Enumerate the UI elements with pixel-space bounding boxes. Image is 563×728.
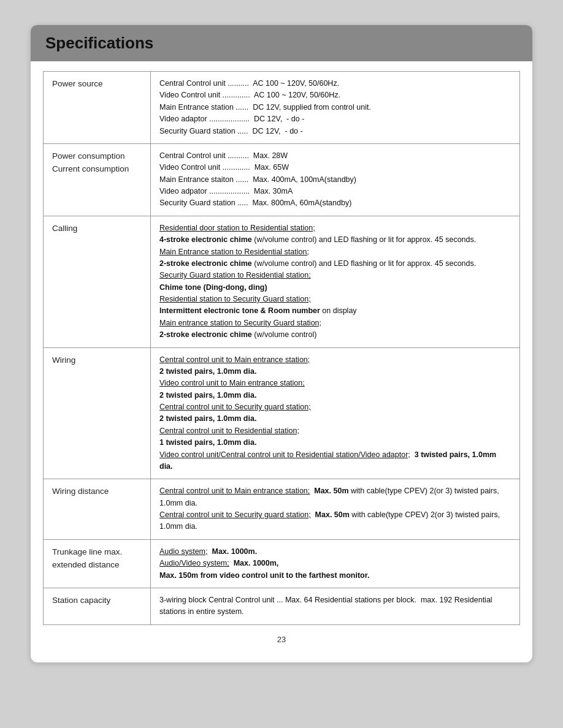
row-content-5: Audio system; Max. 1000m.Audio/Video sys… (151, 539, 520, 588)
row-label-5: Trunkage line max.extended distance (44, 539, 151, 588)
page-number: 23 (31, 635, 532, 644)
page-header: Specifications (31, 25, 532, 61)
table-row: CallingResidential door station to Resid… (44, 216, 520, 347)
specifications-table: Power sourceCentral Control unit .......… (43, 71, 520, 625)
table-row: Trunkage line max.extended distanceAudio… (44, 539, 520, 588)
table-row: Wiring distanceCentral control unit to M… (44, 479, 520, 540)
row-content-4: Central control unit to Main entrance st… (151, 479, 520, 540)
table-row: WiringCentral control unit to Main entra… (44, 347, 520, 479)
row-content-6: 3-wiring block Central Control unit ... … (151, 588, 520, 624)
row-content-1: Central Control unit .......... Max. 28W… (151, 143, 520, 216)
row-label-4: Wiring distance (44, 479, 151, 540)
row-label-2: Calling (44, 216, 151, 347)
row-content-0: Central Control unit .......... AC 100 ~… (151, 72, 520, 144)
table-row: Power sourceCentral Control unit .......… (44, 72, 520, 144)
row-content-3: Central control unit to Main entrance st… (151, 347, 520, 479)
row-content-2: Residential door station to Residential … (151, 216, 520, 347)
table-row: Power consumptionCurrent consumptionCent… (44, 143, 520, 216)
page-title: Specifications (45, 34, 518, 53)
row-label-0: Power source (44, 72, 151, 144)
table-row: Station capacity3-wiring block Central C… (44, 588, 520, 624)
row-label-6: Station capacity (44, 588, 151, 624)
page: Specifications Power sourceCentral Contr… (30, 25, 533, 663)
row-label-1: Power consumptionCurrent consumption (44, 143, 151, 216)
row-label-3: Wiring (44, 347, 151, 479)
